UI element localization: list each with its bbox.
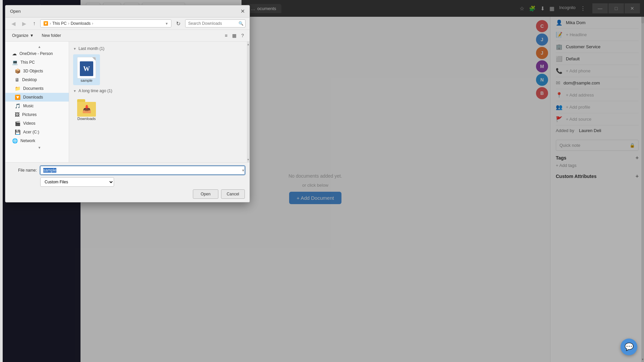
breadcrumb-icon: 🔽 (43, 21, 48, 26)
nav-item-3d-objects[interactable]: 📦 3D Objects (5, 67, 69, 75)
dialog-forward-button[interactable]: ▶ (20, 20, 28, 27)
file-group-old[interactable]: ▼ A long time ago (1) (69, 86, 250, 95)
desktop-icon: 🖥 (15, 77, 19, 82)
nav-item-onedrive[interactable]: ☁ OneDrive - Person (5, 49, 69, 58)
file-sample-word[interactable]: W sample (73, 54, 100, 85)
filename-label: File name: (10, 168, 37, 173)
dialog-search-input[interactable] (188, 21, 238, 26)
word-icon-letter: W (80, 61, 93, 76)
breadcrumb-arrow1: › (50, 21, 51, 26)
view-help-button[interactable]: ? (239, 32, 246, 39)
footer-filetype-row: Custom Files All Files (*.*) (10, 177, 245, 187)
open-button[interactable]: Open (193, 189, 218, 199)
scroll-up-arrow[interactable]: ▲ (247, 42, 250, 47)
nav-item-pictures[interactable]: 🖼 Pictures (5, 110, 69, 119)
breadcrumb-dropdown[interactable]: ▼ (165, 22, 168, 25)
nav-item-documents[interactable]: 📁 Documents (5, 84, 69, 93)
nav-panel-scroll-up[interactable]: ▲ (5, 44, 69, 49)
view-split-button[interactable]: ▦ (230, 32, 238, 39)
breadcrumb-arrow3: › (92, 21, 93, 26)
documents-icon: 📁 (15, 86, 20, 91)
folder-icon: 📥 (77, 99, 96, 117)
dialog-refresh-button[interactable]: ↻ (174, 20, 182, 27)
file-downloads-name: Downloads (77, 117, 96, 121)
dialog-files-area: ▼ Last month (1) W sample ▼ A long time … (69, 42, 250, 162)
file-grid-last-month: W sample (69, 53, 250, 86)
dialog-title: Open (10, 9, 21, 14)
onedrive-icon: ☁ (12, 51, 17, 56)
music-icon: 🎵 (15, 103, 20, 109)
nav-item-music[interactable]: 🎵 Music (5, 102, 69, 110)
nav-item-desktop[interactable]: 🖥 Desktop (5, 75, 69, 84)
cancel-button[interactable]: Cancel (221, 189, 245, 199)
footer-filename-row: File name: ▼ (10, 166, 245, 175)
scroll-down-arrow[interactable]: ▼ (247, 157, 250, 162)
network-icon: 🌐 (12, 138, 18, 143)
dialog-back-button[interactable]: ◀ (9, 20, 17, 27)
files-scrollbar[interactable]: ▲ ▼ (247, 42, 250, 162)
dialog-footer: File name: ▼ Custom Files All Files (*.*… (5, 162, 250, 202)
breadcrumb-bar: 🔽 › This PC › Downloads › ▼ (40, 19, 171, 27)
dialog-toolbar: ◀ ▶ ↑ 🔽 › This PC › Downloads › ▼ ↻ 🔍 (5, 17, 250, 30)
organize-button[interactable]: Organize ▼ (9, 32, 37, 39)
nav-item-this-pc[interactable]: 💻 This PC (5, 58, 69, 67)
folder-inner-icon: 📥 (82, 105, 91, 114)
support-chat-button[interactable]: 💬 (621, 339, 637, 355)
breadcrumb-downloads[interactable]: Downloads (71, 21, 91, 26)
word-file-icon: W (77, 57, 96, 78)
file-downloads-folder[interactable]: 📥 Downloads (73, 97, 100, 123)
nav-panel-scroll-down[interactable]: ▼ (5, 145, 69, 150)
this-pc-icon: 💻 (12, 60, 18, 65)
open-file-dialog: Open ✕ ◀ ▶ ↑ 🔽 › This PC › Downloads › ▼… (5, 5, 250, 202)
dialog-nav-panel: ▲ ☁ OneDrive - Person 💻 This PC 📦 3D Obj… (5, 42, 69, 162)
breadcrumb-arrow2: › (68, 21, 69, 26)
search-icon: 🔍 (238, 21, 244, 26)
dialog-titlebar: Open ✕ (5, 5, 250, 17)
filename-input[interactable] (40, 166, 245, 175)
dialog-close-button[interactable]: ✕ (240, 8, 245, 14)
filename-dropdown-icon[interactable]: ▼ (241, 169, 245, 172)
organize-dropdown-icon: ▼ (30, 33, 34, 38)
nav-item-downloads[interactable]: 🔽 Downloads (5, 93, 69, 102)
dialog-actions-bar: Organize ▼ New folder ≡ ▦ ? (5, 30, 250, 42)
acer-c-icon: 💾 (15, 129, 20, 135)
last-month-label: Last month (1) (78, 46, 104, 51)
last-month-chevron: ▼ (73, 47, 76, 51)
nav-item-videos[interactable]: 🎬 Videos (5, 119, 69, 128)
nav-item-acer-c[interactable]: 💾 Acer (C:) (5, 128, 69, 136)
old-label: A long time ago (1) (78, 88, 112, 93)
dialog-body: ▲ ☁ OneDrive - Person 💻 This PC 📦 3D Obj… (5, 42, 250, 162)
pictures-icon: 🖼 (15, 112, 19, 117)
dialog-up-button[interactable]: ↑ (31, 20, 38, 27)
dialog-overlay: Open ✕ ◀ ▶ ↑ 🔽 › This PC › Downloads › ▼… (0, 0, 644, 362)
nav-item-network[interactable]: 🌐 Network (5, 136, 69, 145)
breadcrumb-this-pc[interactable]: This PC (52, 21, 67, 26)
view-list-button[interactable]: ≡ (223, 32, 229, 39)
videos-icon: 🎬 (15, 121, 20, 126)
file-group-last-month[interactable]: ▼ Last month (1) (69, 44, 250, 53)
view-icons: ≡ ▦ ? (223, 32, 246, 39)
3d-objects-icon: 📦 (15, 68, 20, 74)
file-sample-name: sample (80, 78, 92, 82)
downloads-nav-icon: 🔽 (15, 95, 20, 100)
new-folder-button[interactable]: New folder (39, 32, 64, 39)
old-chevron: ▼ (73, 89, 76, 93)
folder-body: 📥 (77, 102, 96, 117)
dialog-search-bar: 🔍 (185, 19, 246, 27)
footer-buttons-row: Open Cancel (10, 189, 245, 199)
filetype-select[interactable]: Custom Files All Files (*.*) (40, 177, 114, 187)
file-grid-old: 📥 Downloads (69, 95, 250, 125)
